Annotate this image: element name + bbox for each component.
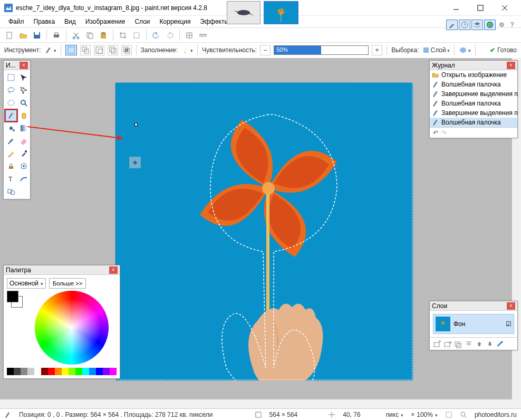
paste-button[interactable] bbox=[98, 30, 109, 41]
selection-handle[interactable] bbox=[134, 123, 138, 126]
svg-point-10 bbox=[487, 22, 493, 28]
tools-close-button[interactable]: × bbox=[20, 62, 28, 69]
aux-colors-button[interactable] bbox=[484, 20, 496, 30]
sample-dropdown[interactable]: Слой bbox=[422, 46, 450, 54]
redo-button[interactable] bbox=[165, 30, 175, 41]
layer-merge-button[interactable] bbox=[465, 340, 473, 348]
menu-file[interactable]: Файл bbox=[4, 17, 28, 26]
new-file-button[interactable] bbox=[4, 30, 15, 41]
selmode-xor-button[interactable] bbox=[121, 45, 132, 55]
crop-button[interactable] bbox=[118, 30, 128, 41]
history-item[interactable]: Волшебная палочка bbox=[430, 80, 517, 89]
aux-history-button[interactable] bbox=[459, 20, 470, 30]
history-item[interactable]: Завершение выделения палочкой bbox=[430, 89, 517, 99]
layer-row[interactable]: Фон ☑ bbox=[433, 314, 514, 334]
layer-down-button[interactable] bbox=[486, 340, 494, 348]
tool-clone-stamp[interactable] bbox=[5, 160, 17, 172]
minimize-button[interactable] bbox=[444, 0, 468, 16]
selmode-intersect-button[interactable] bbox=[108, 45, 118, 55]
layer-add-button[interactable] bbox=[433, 340, 441, 348]
menu-edit[interactable]: Правка bbox=[30, 17, 60, 26]
settings-icon[interactable]: ⚙ bbox=[497, 20, 506, 30]
tool-magic-wand[interactable] bbox=[5, 110, 17, 121]
copy-button[interactable] bbox=[84, 30, 95, 41]
menu-view[interactable]: Вид bbox=[60, 17, 80, 26]
history-close-button[interactable]: × bbox=[507, 62, 515, 69]
antialias-dropdown[interactable] bbox=[459, 46, 471, 54]
menu-image[interactable]: Изображение bbox=[81, 17, 130, 26]
tool-rect-select[interactable] bbox=[5, 72, 17, 83]
tool-paintbrush[interactable] bbox=[5, 135, 17, 147]
history-item[interactable]: Волшебная палочка bbox=[430, 99, 517, 108]
color-wheel[interactable] bbox=[35, 291, 109, 365]
tool-move-selection[interactable] bbox=[18, 72, 30, 83]
separator bbox=[146, 30, 147, 41]
layer-dup-button[interactable] bbox=[454, 340, 462, 348]
print-button[interactable] bbox=[51, 30, 62, 41]
tool-pan[interactable] bbox=[18, 110, 30, 121]
help-icon[interactable]: ? bbox=[507, 20, 517, 30]
cut-button[interactable] bbox=[71, 30, 81, 41]
palette-close-button[interactable]: × bbox=[109, 266, 118, 274]
palette-primary-dropdown[interactable]: Основной bbox=[7, 278, 46, 289]
fill-dropdown[interactable] bbox=[181, 46, 193, 54]
tol-minus-button[interactable]: − bbox=[260, 45, 271, 55]
selmode-add-button[interactable] bbox=[80, 45, 91, 55]
layer-props-button[interactable] bbox=[496, 340, 505, 348]
doc-thumb-2[interactable] bbox=[264, 1, 298, 24]
history-item[interactable]: Открыть изображение bbox=[430, 70, 517, 80]
layers-close-button[interactable]: × bbox=[507, 302, 515, 310]
primary-color-swatch[interactable] bbox=[7, 291, 18, 302]
history-item[interactable]: Волшебная палочка bbox=[430, 118, 517, 127]
tolerance-slider[interactable]: 50% bbox=[274, 45, 369, 55]
tool-zoom[interactable] bbox=[18, 97, 30, 109]
tool-recolor[interactable] bbox=[18, 160, 30, 172]
tol-plus-button[interactable]: + bbox=[372, 45, 382, 55]
selmode-replace-button[interactable] bbox=[65, 45, 77, 55]
tool-line[interactable] bbox=[18, 173, 30, 185]
status-zoom-dropdown[interactable]: × 100% bbox=[411, 411, 438, 418]
tool-pencil[interactable] bbox=[5, 148, 17, 159]
svg-point-57 bbox=[437, 91, 438, 92]
history-redo-button[interactable]: ↷ bbox=[441, 129, 447, 137]
tool-move-pixels[interactable] bbox=[18, 84, 30, 96]
doc-thumb-1[interactable] bbox=[227, 1, 260, 24]
status-fit-icon[interactable] bbox=[445, 411, 452, 418]
grid-button[interactable] bbox=[184, 30, 195, 41]
history-item[interactable]: Завершение выделения палочкой bbox=[430, 108, 517, 118]
layer-delete-button[interactable] bbox=[443, 340, 452, 348]
save-button[interactable] bbox=[32, 30, 42, 41]
tool-color-picker[interactable] bbox=[18, 148, 30, 159]
canvas[interactable]: ✥ bbox=[115, 82, 412, 380]
status-zoom-icon[interactable] bbox=[460, 411, 467, 418]
status-unit-dropdown[interactable]: пикс bbox=[386, 411, 404, 418]
aux-layers-button[interactable] bbox=[471, 20, 483, 30]
menu-adjust[interactable]: Коррекция bbox=[156, 17, 195, 26]
tool-text[interactable]: T bbox=[5, 173, 17, 185]
palette-more-button[interactable]: Больше >> bbox=[49, 278, 86, 289]
selmode-sub-button[interactable] bbox=[94, 45, 104, 55]
palette-strip[interactable] bbox=[7, 368, 117, 375]
layer-visible-checkbox[interactable]: ☑ bbox=[506, 320, 512, 328]
maximize-button[interactable] bbox=[468, 0, 493, 16]
open-file-button[interactable] bbox=[18, 30, 28, 41]
tool-gradient[interactable] bbox=[18, 122, 30, 134]
aux-tools-button[interactable] bbox=[446, 20, 458, 30]
status-dims-icon bbox=[255, 411, 262, 418]
tool-lasso[interactable] bbox=[5, 84, 17, 96]
horizontal-scrollbar[interactable] bbox=[0, 399, 512, 408]
ruler-button[interactable] bbox=[198, 30, 208, 41]
close-button[interactable] bbox=[493, 0, 517, 16]
tool-shapes[interactable] bbox=[5, 186, 17, 197]
tool-paint-bucket[interactable] bbox=[5, 122, 17, 134]
menu-layers[interactable]: Слои bbox=[130, 17, 154, 26]
history-undo-button[interactable]: ↶ bbox=[433, 129, 438, 137]
layer-up-button[interactable] bbox=[475, 340, 484, 348]
deselect-button[interactable] bbox=[131, 30, 142, 41]
move-handle-icon[interactable]: ✥ bbox=[129, 157, 141, 168]
tool-ellipse-select[interactable] bbox=[5, 97, 17, 109]
tool-eraser[interactable] bbox=[18, 135, 30, 147]
undo-button[interactable] bbox=[151, 30, 161, 41]
svg-point-37 bbox=[460, 47, 466, 53]
tool-dropdown[interactable] bbox=[44, 46, 56, 54]
